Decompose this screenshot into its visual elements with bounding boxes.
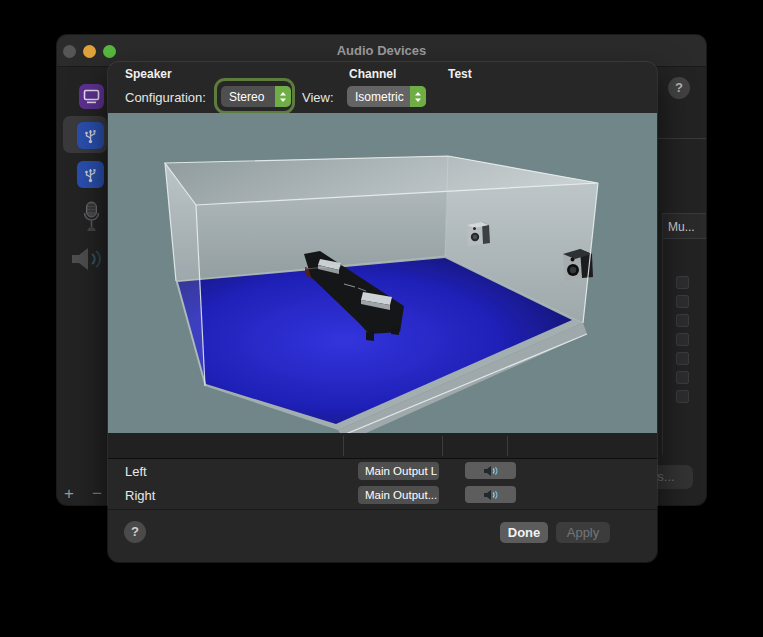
zoom-button[interactable]: [103, 45, 116, 58]
test-button-left[interactable]: [465, 462, 516, 479]
usb-icon: [82, 165, 99, 184]
mute-column-header: Mu...: [663, 213, 706, 239]
test-speaker-icon: [482, 465, 499, 477]
done-button[interactable]: Done: [500, 522, 548, 543]
configuration-label: Configuration:: [125, 90, 206, 105]
add-device-button[interactable]: +: [64, 484, 74, 504]
mute-checkbox[interactable]: [676, 371, 689, 384]
close-button[interactable]: [63, 45, 76, 58]
view-popup-value: Isometric: [347, 90, 410, 104]
speaker-sidebar-icon[interactable]: [69, 246, 105, 272]
column-header-channel[interactable]: Channel: [349, 67, 396, 81]
screen: Audio Devices: [0, 0, 763, 637]
grid-line: [662, 213, 663, 455]
view-label: View:: [302, 90, 334, 105]
stepper-icon: [275, 86, 291, 107]
view-popup[interactable]: Isometric: [347, 86, 426, 107]
channel-popup-left-value: Main Output L: [358, 465, 439, 477]
sidebar-item-usb-device-2[interactable]: [77, 161, 104, 188]
column-separator: [507, 436, 508, 456]
channel-popup-right-value: Main Output...: [358, 489, 439, 501]
channel-popup-left[interactable]: Main Output L: [358, 462, 439, 480]
stepper-icon: [410, 86, 426, 107]
microphone-icon[interactable]: [81, 200, 102, 235]
mute-checkbox[interactable]: [676, 314, 689, 327]
channel-popup-right[interactable]: Main Output...: [358, 486, 439, 504]
divider: [658, 138, 706, 139]
help-button-window[interactable]: ?: [668, 77, 690, 99]
mute-checkbox[interactable]: [676, 333, 689, 346]
column-separator: [442, 436, 443, 456]
column-header-test[interactable]: Test: [448, 67, 472, 81]
usb-icon: [82, 126, 99, 145]
row-speaker-label: Left: [125, 464, 147, 479]
room-speaker-far: [467, 222, 490, 246]
remove-device-button[interactable]: −: [92, 484, 102, 504]
configuration-popup[interactable]: Stereo: [221, 86, 291, 107]
room-3d-view[interactable]: [108, 113, 657, 433]
display-icon: [83, 89, 100, 104]
column-header-speaker[interactable]: Speaker: [125, 67, 172, 81]
column-separator: [343, 436, 344, 456]
mute-checkbox[interactable]: [676, 295, 689, 308]
apply-button[interactable]: Apply: [556, 522, 610, 543]
sidebar-item-display[interactable]: [79, 84, 104, 109]
row-speaker-label: Right: [125, 488, 155, 503]
mute-checkbox[interactable]: [676, 276, 689, 289]
divider: [108, 509, 657, 510]
table-header: [108, 433, 657, 459]
help-button-sheet[interactable]: ?: [124, 521, 146, 543]
configuration-popup-value: Stereo: [221, 90, 275, 104]
mute-checkbox[interactable]: [676, 390, 689, 403]
speaker-configuration-sheet: Configuration: Stereo View: Isometric: [108, 62, 657, 562]
test-button-right[interactable]: [465, 486, 516, 503]
mute-checkbox[interactable]: [676, 352, 689, 365]
test-speaker-icon: [482, 489, 499, 501]
sidebar-item-usb-device-1[interactable]: [77, 122, 104, 149]
minimize-button[interactable]: [83, 45, 96, 58]
